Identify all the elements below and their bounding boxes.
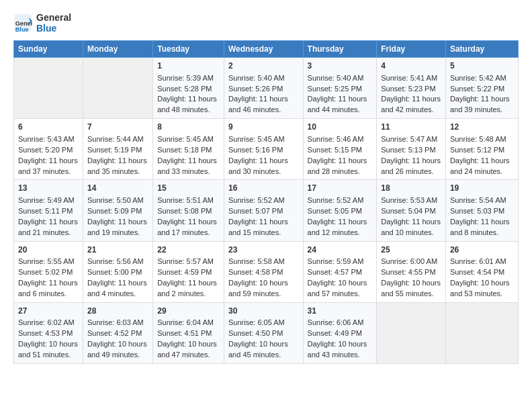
day-number: 27 <box>18 306 79 317</box>
daylight: Daylight: 10 hours and 47 minutes. <box>157 340 217 359</box>
daylight: Daylight: 11 hours and 21 minutes. <box>18 218 78 236</box>
sunrise: Sunrise: 6:05 AM <box>228 318 285 326</box>
day-number: 26 <box>450 244 514 256</box>
day-cell: 6Sunrise: 5:43 AMSunset: 5:20 PMDaylight… <box>14 119 83 180</box>
col-header-tuesday: Tuesday <box>153 41 224 58</box>
daylight: Daylight: 11 hours and 4 minutes. <box>87 279 147 298</box>
sunset: Sunset: 4:58 PM <box>228 268 283 276</box>
sunset: Sunset: 4:53 PM <box>18 329 73 337</box>
day-number: 17 <box>308 183 373 194</box>
day-cell: 4Sunrise: 5:41 AMSunset: 5:23 PMDaylight… <box>377 58 446 119</box>
sunrise: Sunrise: 5:54 AM <box>450 196 506 204</box>
sunrise: Sunrise: 5:45 AM <box>157 135 214 143</box>
day-cell: 12Sunrise: 5:48 AMSunset: 5:12 PMDayligh… <box>445 119 518 180</box>
day-number: 18 <box>381 183 441 194</box>
day-number: 4 <box>381 60 441 72</box>
col-header-wednesday: Wednesday <box>224 41 303 58</box>
page: General Blue General Blue SundayMondayTu… <box>0 0 532 371</box>
col-header-friday: Friday <box>377 41 446 58</box>
sunrise: Sunrise: 5:53 AM <box>381 196 437 204</box>
daylight: Daylight: 10 hours and 53 minutes. <box>450 279 510 298</box>
sunrise: Sunrise: 5:57 AM <box>157 257 214 265</box>
day-cell: 16Sunrise: 5:52 AMSunset: 5:07 PMDayligh… <box>224 180 303 241</box>
day-cell: 30Sunrise: 6:05 AMSunset: 4:50 PMDayligh… <box>224 302 303 363</box>
daylight: Daylight: 11 hours and 19 minutes. <box>87 218 147 236</box>
daylight: Daylight: 11 hours and 44 minutes. <box>308 95 367 113</box>
day-number: 7 <box>87 122 148 133</box>
sunset: Sunset: 5:09 PM <box>87 207 142 215</box>
logo-general-text: General <box>36 12 71 23</box>
daylight: Daylight: 11 hours and 33 minutes. <box>157 156 217 175</box>
sunrise: Sunrise: 5:40 AM <box>228 74 285 82</box>
daylight: Daylight: 11 hours and 8 minutes. <box>450 218 510 236</box>
day-cell: 22Sunrise: 5:57 AMSunset: 4:59 PMDayligh… <box>153 241 224 302</box>
sunset: Sunset: 4:59 PM <box>157 268 212 276</box>
day-cell: 20Sunrise: 5:55 AMSunset: 5:02 PMDayligh… <box>14 241 83 302</box>
sunrise: Sunrise: 5:42 AM <box>450 74 506 82</box>
daylight: Daylight: 11 hours and 12 minutes. <box>308 218 367 236</box>
daylight: Daylight: 10 hours and 59 minutes. <box>228 279 288 298</box>
week-row-4: 27Sunrise: 6:02 AMSunset: 4:53 PMDayligh… <box>14 302 519 363</box>
day-number: 24 <box>308 244 373 256</box>
sunset: Sunset: 4:49 PM <box>308 329 362 337</box>
col-header-thursday: Thursday <box>303 41 377 58</box>
sunrise: Sunrise: 5:52 AM <box>308 196 364 204</box>
day-number: 10 <box>308 122 373 133</box>
daylight: Daylight: 10 hours and 49 minutes. <box>87 340 147 359</box>
sunrise: Sunrise: 5:48 AM <box>450 135 506 143</box>
day-number: 13 <box>18 183 79 194</box>
day-cell: 3Sunrise: 5:40 AMSunset: 5:25 PMDaylight… <box>303 58 377 119</box>
sunrise: Sunrise: 5:40 AM <box>308 74 364 82</box>
day-cell: 31Sunrise: 6:06 AMSunset: 4:49 PMDayligh… <box>303 302 377 363</box>
sunrise: Sunrise: 5:43 AM <box>18 135 75 143</box>
sunset: Sunset: 5:26 PM <box>228 85 283 93</box>
daylight: Daylight: 10 hours and 51 minutes. <box>18 340 78 359</box>
day-number: 25 <box>381 244 441 256</box>
sunrise: Sunrise: 6:00 AM <box>381 257 437 265</box>
sunset: Sunset: 5:04 PM <box>381 207 435 215</box>
day-number: 9 <box>228 122 299 133</box>
sunset: Sunset: 5:25 PM <box>308 85 362 93</box>
sunrise: Sunrise: 5:49 AM <box>18 196 75 204</box>
sunrise: Sunrise: 5:52 AM <box>228 196 285 204</box>
sunset: Sunset: 5:05 PM <box>308 207 362 215</box>
day-number: 16 <box>228 183 299 194</box>
sunset: Sunset: 5:03 PM <box>450 207 504 215</box>
col-header-saturday: Saturday <box>445 41 518 58</box>
day-cell: 1Sunrise: 5:39 AMSunset: 5:28 PMDaylight… <box>153 58 224 119</box>
day-cell: 10Sunrise: 5:46 AMSunset: 5:15 PMDayligh… <box>303 119 377 180</box>
sunset: Sunset: 4:52 PM <box>87 329 142 337</box>
sunrise: Sunrise: 6:06 AM <box>308 318 364 326</box>
day-number: 19 <box>450 183 514 194</box>
day-number: 14 <box>87 183 148 194</box>
day-cell: 21Sunrise: 5:56 AMSunset: 5:00 PMDayligh… <box>83 241 152 302</box>
sunset: Sunset: 4:50 PM <box>228 329 283 337</box>
day-cell: 29Sunrise: 6:04 AMSunset: 4:51 PMDayligh… <box>153 302 224 363</box>
sunset: Sunset: 5:19 PM <box>87 146 142 154</box>
week-row-2: 13Sunrise: 5:49 AMSunset: 5:11 PMDayligh… <box>14 180 519 241</box>
day-cell <box>14 58 83 119</box>
sunrise: Sunrise: 5:58 AM <box>228 257 285 265</box>
sunset: Sunset: 4:54 PM <box>450 268 504 276</box>
day-cell: 24Sunrise: 5:59 AMSunset: 4:57 PMDayligh… <box>303 241 377 302</box>
day-number: 15 <box>157 183 220 194</box>
day-cell: 26Sunrise: 6:01 AMSunset: 4:54 PMDayligh… <box>445 241 518 302</box>
day-number: 8 <box>157 122 220 133</box>
week-row-1: 6Sunrise: 5:43 AMSunset: 5:20 PMDaylight… <box>14 119 519 180</box>
sunset: Sunset: 5:02 PM <box>18 268 73 276</box>
daylight: Daylight: 11 hours and 26 minutes. <box>381 156 441 175</box>
day-cell <box>83 58 152 119</box>
day-number: 28 <box>87 306 148 317</box>
day-cell: 8Sunrise: 5:45 AMSunset: 5:18 PMDaylight… <box>153 119 224 180</box>
daylight: Daylight: 11 hours and 35 minutes. <box>87 156 147 175</box>
daylight: Daylight: 11 hours and 24 minutes. <box>450 156 510 175</box>
sunrise: Sunrise: 6:04 AM <box>157 318 214 326</box>
day-cell: 27Sunrise: 6:02 AMSunset: 4:53 PMDayligh… <box>14 302 83 363</box>
daylight: Daylight: 11 hours and 15 minutes. <box>228 218 288 236</box>
day-number: 5 <box>450 60 514 72</box>
header: General Blue General Blue <box>13 12 519 34</box>
sunrise: Sunrise: 5:44 AM <box>87 135 144 143</box>
day-number: 21 <box>87 244 148 256</box>
sunrise: Sunrise: 5:50 AM <box>87 196 144 204</box>
sunset: Sunset: 4:57 PM <box>308 268 362 276</box>
